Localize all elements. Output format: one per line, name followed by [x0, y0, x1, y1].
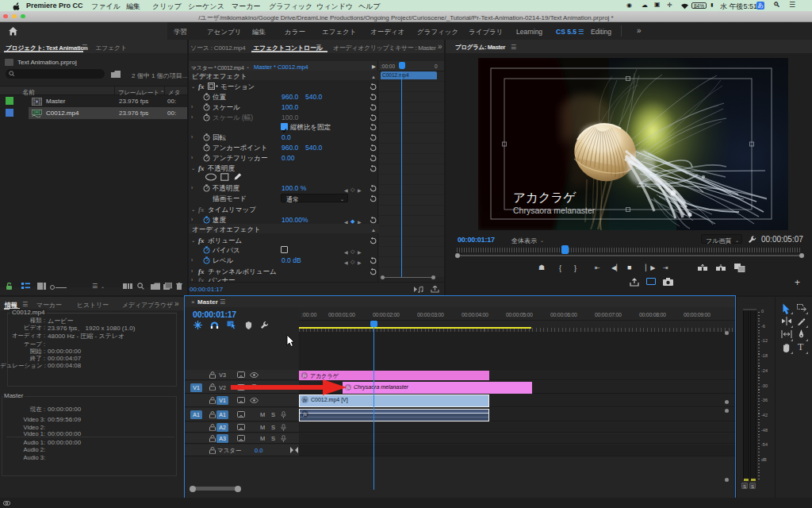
svg-text:Chrysaora melanaster: Chrysaora melanaster [513, 206, 596, 215]
svg-text:アカクラゲ: アカクラゲ [513, 190, 576, 204]
